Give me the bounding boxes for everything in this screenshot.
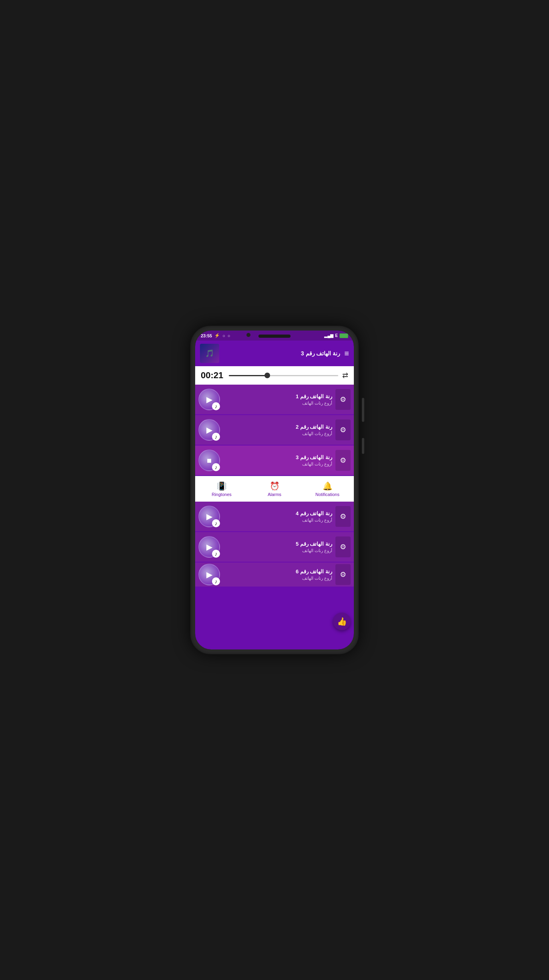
- nav-item-notifications[interactable]: 🔔 Notifications: [301, 480, 354, 498]
- main-content: ▶ رنة الهاتف رقم 1 أروع رنات الهاتف ⚙ ▶ …: [195, 385, 354, 649]
- track-item-active: ■ رنة الهاتف رقم 3 أروع رنات الهاتف ⚙: [195, 446, 354, 475]
- bottom-navigation: 📳 Ringtones ⏰ Alarms 🔔 Notifications: [195, 476, 354, 502]
- status-time: 23:55: [201, 333, 212, 338]
- now-playing-bar: 🎵 رنة الهاتف رقم 3 ≡: [195, 341, 354, 366]
- play-button-4[interactable]: ▶: [198, 506, 220, 527]
- circle-icon1: ○: [222, 333, 225, 338]
- playback-time: 00:21: [201, 370, 225, 381]
- phone-screen: 23:55 ⚡ ○ ○ ▂▄▆ E 🎵 رنة الهاتف رقم 3 ≡ 0…: [195, 331, 354, 649]
- track-title-4: رنة الهاتف رقم 4: [223, 510, 332, 516]
- ringtones-icon: 📳: [217, 481, 227, 491]
- ringtones-label: Ringtones: [212, 492, 232, 497]
- track-item: ▶ رنة الهاتف رقم 5 أروع رنات الهاتف ⚙: [195, 532, 354, 562]
- alarms-label: Alarms: [268, 492, 281, 497]
- track-info-4: رنة الهاتف رقم 4 أروع رنات الهاتف: [223, 510, 332, 523]
- progress-fill: [229, 375, 267, 376]
- lightning-icon: ⚡: [214, 333, 220, 338]
- track-title-1: رنة الهاتف رقم 1: [223, 393, 332, 399]
- front-camera: [246, 333, 250, 337]
- battery-indicator: [339, 333, 348, 338]
- progress-track[interactable]: [229, 375, 338, 376]
- phone-frame: 23:55 ⚡ ○ ○ ▂▄▆ E 🎵 رنة الهاتف رقم 3 ≡ 0…: [190, 326, 359, 654]
- track-title-5: رنة الهاتف رقم 5: [223, 541, 332, 547]
- progress-thumb[interactable]: [264, 373, 270, 378]
- signal-bars: ▂▄▆: [324, 333, 333, 338]
- track-info-5: رنة الهاتف رقم 5 أروع رنات الهاتف: [223, 541, 332, 553]
- notifications-label: Notifications: [315, 492, 339, 497]
- settings-button-1[interactable]: ⚙: [335, 389, 351, 410]
- track-item: ▶ رنة الهاتف رقم 6 أروع رنات الهاتف ⚙: [195, 563, 354, 587]
- repeat-icon[interactable]: ⇄: [342, 371, 348, 380]
- track-info-6: رنة الهاتف رقم 6 أروع رنات الهاتف: [223, 569, 332, 581]
- nav-item-ringtones[interactable]: 📳 Ringtones: [195, 480, 248, 498]
- status-right: ▂▄▆ E: [324, 333, 348, 338]
- track-subtitle-6: أروع رنات الهاتف: [223, 576, 332, 581]
- progress-section: 00:21 ⇄: [195, 366, 354, 385]
- track-item: ▶ رنة الهاتف رقم 4 أروع رنات الهاتف ⚙: [195, 502, 354, 531]
- network-type: E: [335, 333, 338, 338]
- settings-button-5[interactable]: ⚙: [335, 536, 351, 557]
- track-subtitle-5: أروع رنات الهاتف: [223, 548, 332, 553]
- track-info-2: رنة الهاتف رقم 2 أروع رنات الهاتف: [223, 424, 332, 436]
- notifications-icon: 🔔: [323, 481, 333, 491]
- circle-icon2: ○: [228, 333, 230, 338]
- settings-button-4[interactable]: ⚙: [335, 506, 351, 527]
- nav-item-alarms[interactable]: ⏰ Alarms: [248, 480, 301, 498]
- track-subtitle-4: أروع رنات الهاتف: [223, 518, 332, 523]
- like-fab-button[interactable]: 👍: [333, 613, 351, 630]
- power-button: [362, 398, 364, 422]
- track-item: ▶ رنة الهاتف رقم 2 أروع رنات الهاتف ⚙: [195, 415, 354, 445]
- volume-button: [362, 438, 364, 454]
- track-title-2: رنة الهاتف رقم 2: [223, 424, 332, 430]
- play-button-6[interactable]: ▶: [198, 564, 220, 585]
- speaker-notch: [258, 335, 291, 338]
- play-button-1[interactable]: ▶: [198, 389, 220, 410]
- track-subtitle-3: أروع رنات الهاتف: [223, 462, 332, 467]
- status-left: 23:55 ⚡ ○ ○: [201, 333, 230, 338]
- play-button-5[interactable]: ▶: [198, 536, 220, 558]
- track-info-3: رنة الهاتف رقم 3 أروع رنات الهاتف: [223, 454, 332, 467]
- settings-button-2[interactable]: ⚙: [335, 419, 351, 440]
- track-list: ▶ رنة الهاتف رقم 1 أروع رنات الهاتف ⚙ ▶ …: [195, 385, 354, 587]
- settings-button-6[interactable]: ⚙: [335, 564, 351, 585]
- track-info-1: رنة الهاتف رقم 1 أروع رنات الهاتف: [223, 393, 332, 406]
- queue-icon[interactable]: ≡: [344, 349, 349, 358]
- stop-button-3[interactable]: ■: [198, 450, 220, 471]
- track-item: ▶ رنة الهاتف رقم 1 أروع رنات الهاتف ⚙: [195, 385, 354, 414]
- album-art: 🎵: [200, 344, 219, 363]
- now-playing-title: رنة الهاتف رقم 3: [223, 350, 340, 357]
- settings-button-3[interactable]: ⚙: [335, 450, 351, 471]
- track-title-6: رنة الهاتف رقم 6: [223, 569, 332, 575]
- track-subtitle-2: أروع رنات الهاتف: [223, 431, 332, 436]
- track-title-3: رنة الهاتف رقم 3: [223, 454, 332, 460]
- play-button-2[interactable]: ▶: [198, 419, 220, 441]
- track-subtitle-1: أروع رنات الهاتف: [223, 401, 332, 406]
- alarms-icon: ⏰: [270, 481, 280, 491]
